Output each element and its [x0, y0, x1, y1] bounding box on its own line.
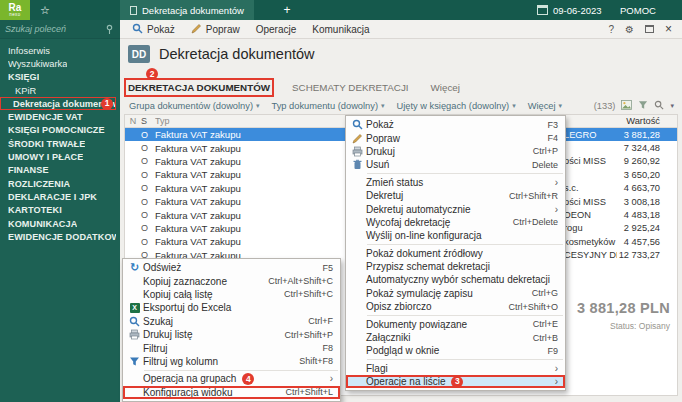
- search-icon: [126, 316, 143, 327]
- annotation-3: 3: [451, 376, 463, 388]
- menu-item[interactable]: Flagi›: [346, 362, 565, 375]
- menu-item[interactable]: XEksportuj do Excela: [123, 301, 340, 314]
- menu-item-label: Eksportuj do Excela: [143, 302, 231, 313]
- filter-dropdown[interactable]: Grupa dokumentów (dowolny)▾: [124, 101, 267, 111]
- sidebar-item[interactable]: KARTOTEKI: [0, 204, 116, 217]
- sidebar-item[interactable]: FINANSE: [0, 164, 116, 177]
- help-icon[interactable]: ?: [608, 24, 614, 35]
- app-logo[interactable]: Ra nexo: [0, 0, 30, 20]
- menubar-operacje[interactable]: Operacje: [248, 20, 305, 38]
- sidebar-item[interactable]: KSIĘGI POMOCNICZE: [0, 124, 116, 137]
- menu-item[interactable]: UsuńDelete: [346, 158, 565, 171]
- sidebar-item[interactable]: Infoserwis: [0, 44, 116, 57]
- menubar-pokaz[interactable]: Pokaż: [124, 20, 183, 38]
- new-tab-button[interactable]: +: [278, 0, 296, 20]
- sidebar-item[interactable]: DEKLARACJE I JPK: [0, 190, 116, 203]
- menu-item[interactable]: PoprawF4: [346, 131, 565, 144]
- menu-item[interactable]: Dekretuj automatycznie›: [346, 202, 565, 215]
- menubar-popraw[interactable]: Popraw: [183, 20, 248, 38]
- search-icon[interactable]: [654, 100, 664, 112]
- sidebar-item[interactable]: KOMUNIKACJA: [0, 217, 116, 230]
- menu-shortcut: Ctrl+Shift+R: [497, 191, 558, 201]
- sidebar-item[interactable]: KPiR: [0, 84, 116, 97]
- menu-item[interactable]: Kopiuj zaznaczoneCtrl+Alt+Shift+C: [123, 274, 340, 287]
- sidebar-item[interactable]: Wyszukiwarka: [0, 57, 116, 70]
- current-date[interactable]: 09-06-2023: [553, 0, 602, 20]
- column-typ[interactable]: Typ: [155, 116, 285, 126]
- menu-item[interactable]: Drukuj listęCtrl+Shift+P: [123, 328, 340, 341]
- pin-icon[interactable]: [104, 24, 115, 35]
- sidebar-item-label: EWIDENCJE VAT: [8, 112, 83, 122]
- menubar-komunikacja[interactable]: Komunikacja: [304, 20, 377, 38]
- menu-item[interactable]: Opisz zbiorczoCtrl+Shift+O: [346, 300, 565, 313]
- menu-item[interactable]: Konfiguracja widokuCtrl+Shift+L: [123, 386, 340, 399]
- menu-item[interactable]: Podgląd w oknieF9: [346, 344, 565, 357]
- filter-dropdown[interactable]: Typ dokumentu (dowolny)▾: [267, 101, 392, 111]
- menu-shortcut: Shift+F8: [287, 356, 333, 366]
- menu-item[interactable]: Przypisz schemat dekretacji: [346, 260, 565, 273]
- filter-icon[interactable]: [638, 100, 648, 112]
- window-icon[interactable]: [645, 25, 654, 33]
- sidebar-item[interactable]: KSIĘGI: [0, 71, 116, 84]
- cell-kontrahent: DEON: [564, 210, 617, 220]
- annotation-2: 2: [146, 68, 158, 80]
- help-menu[interactable]: POMOC: [620, 0, 656, 20]
- menu-item-label: Filtruj wg kolumn: [143, 356, 218, 367]
- sidebar-item-label: KARTOTEKI: [8, 205, 62, 215]
- sidebar-item[interactable]: EWIDENCJE DODATKOWE: [0, 230, 116, 243]
- menu-item[interactable]: PokażF3: [346, 118, 565, 131]
- submenu-arrow-icon: ›: [555, 363, 558, 374]
- menu-item-label: Wycofaj dekretację: [366, 217, 450, 228]
- calendar-icon[interactable]: [537, 5, 548, 15]
- menu-item[interactable]: Zmień status›: [346, 176, 565, 189]
- close-icon[interactable]: ×: [665, 22, 672, 36]
- sidebar-item[interactable]: UMOWY I PŁACE: [0, 150, 116, 163]
- menu-item[interactable]: SzukajCtrl+F: [123, 315, 340, 328]
- cell-kontrahent: ości MISS: [564, 197, 617, 207]
- cell-status: O: [141, 210, 155, 220]
- column-s[interactable]: S: [141, 116, 155, 126]
- filter-dropdown[interactable]: Więcej▾: [523, 101, 569, 111]
- menu-item[interactable]: Wycofaj dekretacjęCtrl+Delete: [346, 216, 565, 229]
- menu-item[interactable]: FiltrujF8: [123, 341, 340, 354]
- menu-item[interactable]: Pokaż dokument źródłowy: [346, 247, 565, 260]
- tab-schematy-dekretacji[interactable]: SCHEMATY DEKRETACJI: [292, 82, 409, 93]
- command-search[interactable]: [0, 20, 120, 39]
- menu-item-label: Automatyczny wybór schematu dekretacji: [366, 274, 550, 285]
- favorites-star-icon[interactable]: ☆: [36, 0, 54, 20]
- menu-item[interactable]: Automatyczny wybór schematu dekretacji: [346, 273, 565, 286]
- tab-dekretacja-dokumentow[interactable]: DEKRETACJA DOKUMENTÓW2: [128, 82, 270, 93]
- sidebar-item[interactable]: Dekretacja dokumentów1: [0, 97, 116, 110]
- menu-item[interactable]: DrukujCtrl+P: [346, 145, 565, 158]
- menu-item[interactable]: ↻OdświeżF5: [123, 261, 340, 274]
- menu-item-label: Pokaż symulację zapisu: [366, 288, 473, 299]
- cell-typ: Faktura VAT zakupu: [155, 223, 285, 234]
- menu-item[interactable]: Operacja na grupach4›: [123, 372, 340, 385]
- menu-item[interactable]: DekretujCtrl+Shift+R: [346, 189, 565, 202]
- cell-wartosc: 3 650,20: [617, 170, 660, 180]
- open-tab[interactable]: Dekretacja dokumentów: [120, 0, 254, 20]
- sidebar-item[interactable]: ŚRODKI TRWAŁE: [0, 137, 116, 150]
- menu-shortcut: F5: [310, 263, 333, 273]
- cell-typ: Faktura VAT zakupu: [155, 156, 285, 167]
- filter-dropdown[interactable]: Ujęty w księgach (dowolny)▾: [392, 101, 523, 111]
- menu-item-label: Opisz zbiorczo: [366, 301, 432, 312]
- menu-item[interactable]: Dokumenty powiązaneCtrl+E: [346, 317, 565, 330]
- menu-item[interactable]: Kopiuj całą listęCtrl+Shift+C: [123, 288, 340, 301]
- column-n[interactable]: N: [125, 116, 141, 126]
- column-wartosc[interactable]: Wartość: [617, 116, 660, 126]
- menu-item-label: Szukaj: [143, 316, 173, 327]
- chevron-down-icon[interactable]: ▾: [670, 102, 674, 110]
- sidebar-item[interactable]: EWIDENCJE VAT: [0, 110, 116, 123]
- menu-item[interactable]: Wyślij on-line konfiguracja: [346, 229, 565, 242]
- image-icon[interactable]: [621, 100, 632, 112]
- menu-item[interactable]: ZałącznikiCtrl+B: [346, 331, 565, 344]
- sidebar-item[interactable]: ROZLICZENIA: [0, 177, 116, 190]
- filter-label: Więcej: [528, 101, 556, 111]
- search-input[interactable]: [5, 24, 104, 34]
- menu-item[interactable]: Operacje na liście3›: [346, 375, 565, 388]
- menu-item[interactable]: Pokaż symulację zapisuCtrl+G: [346, 287, 565, 300]
- tab-wiecej[interactable]: Więcej: [431, 82, 460, 93]
- gear-icon[interactable]: ⚙: [625, 24, 634, 35]
- menu-item[interactable]: Filtruj wg kolumnShift+F8: [123, 355, 340, 368]
